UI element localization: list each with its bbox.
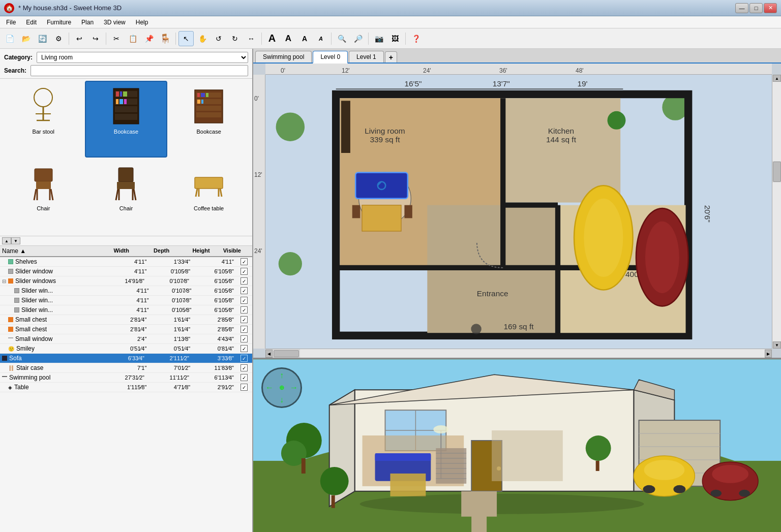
menu-item-file[interactable]: File xyxy=(2,18,20,27)
svg-line-28 xyxy=(51,189,53,200)
list-item-small-window[interactable]: Small window 2'4" 1'13⁄8" 4'43⁄4" ✓ xyxy=(0,334,252,344)
view-3d[interactable]: ↑ ← ⊕ → ↓ xyxy=(253,359,781,532)
nav-circle[interactable]: ↑ ← ⊕ → ↓ xyxy=(261,367,302,408)
furniture-item-chair-1[interactable]: Chair xyxy=(2,158,85,234)
list-item-slider-windows-group[interactable]: ⊟ Slider windows 14'91⁄8" 0'107⁄8" 6'105… xyxy=(0,276,252,286)
text-size-3-button[interactable]: A xyxy=(297,31,312,46)
visible-checkbox-small-window[interactable]: ✓ xyxy=(241,335,248,342)
menu-item-plan[interactable]: Plan xyxy=(77,18,98,27)
visible-checkbox-slider-windows[interactable]: ✓ xyxy=(241,277,248,285)
list-item-slider-win-1[interactable]: Slider win... 4'11" 0'107⁄8" 6'105⁄8" ✓ xyxy=(0,286,252,296)
visible-checkbox-table[interactable]: ✓ xyxy=(241,384,248,391)
list-item-smiley[interactable]: 🙂 Smiley 0'51⁄4" 0'51⁄4" 0'81⁄4" ✓ xyxy=(0,344,252,354)
scroll-left-button[interactable]: ◀ xyxy=(265,350,273,358)
list-item-shelves[interactable]: Shelves 4'11" 1'33⁄4" 4'11" ✓ xyxy=(0,257,252,267)
close-button[interactable]: ✕ xyxy=(764,3,777,13)
scroll-right-button[interactable]: ▶ xyxy=(765,350,772,358)
nav-up[interactable]: ↑ xyxy=(276,369,288,382)
menu-item-furniture[interactable]: Furniture xyxy=(43,18,75,27)
copy-button[interactable]: 📋 xyxy=(125,31,140,46)
text-size-2-button[interactable]: A xyxy=(281,31,296,46)
cut-button[interactable]: ✂ xyxy=(109,31,124,46)
scroll-thumb-v[interactable] xyxy=(773,162,781,182)
text-size-4-button[interactable]: A xyxy=(313,31,328,46)
header-name: Name ▲ xyxy=(2,247,93,255)
visible-checkbox-shelves[interactable]: ✓ xyxy=(241,258,248,265)
visible-checkbox-slider-win-2[interactable]: ✓ xyxy=(241,297,248,304)
scroll-down-button[interactable]: ▼ xyxy=(773,341,781,349)
list-item-slider-win-2[interactable]: Slider win... 4'11" 0'107⁄8" 6'105⁄8" ✓ xyxy=(0,296,252,305)
tab-add-button[interactable]: + xyxy=(385,51,397,62)
nav-center[interactable]: ⊕ xyxy=(276,382,288,394)
svg-rect-72 xyxy=(352,205,360,218)
scrollbar-right[interactable]: ▲ ▼ xyxy=(772,75,781,349)
list-item-sofa[interactable]: Sofa 6'33⁄4" 2'111⁄2" 3'33⁄8" ✓ xyxy=(0,354,252,363)
photo-button[interactable]: 🖼 xyxy=(387,31,403,46)
grid-scroll-up[interactable]: ▲ xyxy=(2,237,11,244)
slider-windows-group-icon xyxy=(8,278,13,284)
separator-2 xyxy=(106,33,106,45)
visible-checkbox-slider-win-1[interactable]: ✓ xyxy=(241,287,248,294)
nav-down[interactable]: ↓ xyxy=(276,394,288,406)
pan-button[interactable]: ✋ xyxy=(195,31,210,46)
scroll-thumb-h[interactable] xyxy=(274,350,299,357)
select-button[interactable]: ↖ xyxy=(178,31,194,46)
visible-checkbox-small-chest-1[interactable]: ✓ xyxy=(241,316,248,323)
tab-level-0[interactable]: Level 0 xyxy=(313,51,348,64)
visible-checkbox-smiley[interactable]: ✓ xyxy=(241,345,248,352)
text-size-1-button[interactable]: A xyxy=(264,31,280,46)
rotate-ccw-button[interactable]: ↻ xyxy=(227,31,243,46)
add-furniture-button[interactable]: 🪑 xyxy=(158,31,173,46)
search-input[interactable] xyxy=(31,65,248,76)
visible-checkbox-sofa[interactable]: ✓ xyxy=(241,355,248,362)
svg-rect-73 xyxy=(404,205,412,218)
furniture-item-bar-stool[interactable]: Bar stool xyxy=(2,81,85,158)
list-item-swimming-pool[interactable]: Swimming pool 27'31⁄2" 11'11⁄2" 6'113⁄4"… xyxy=(0,373,252,383)
scroll-up-button[interactable]: ▲ xyxy=(773,75,781,82)
preferences-button[interactable]: ⚙ xyxy=(51,31,66,46)
maximize-button[interactable]: □ xyxy=(749,3,763,13)
plan-view[interactable]: 0' 12' 24' 36' 48' 0' 12' 24' xyxy=(253,64,781,359)
rotate-cw-button[interactable]: ↺ xyxy=(211,31,226,46)
category-select[interactable]: Living room Bedroom Kitchen Bathroom Off… xyxy=(37,52,248,63)
nav-right[interactable]: → xyxy=(288,382,300,394)
scrollbar-bottom[interactable]: ◀ ▶ xyxy=(265,349,772,358)
furniture-item-bookcase-2[interactable]: Bookcase xyxy=(167,81,250,158)
visible-checkbox-small-chest-2[interactable]: ✓ xyxy=(241,326,248,333)
recent-button[interactable]: 🔄 xyxy=(35,31,50,46)
zoom-out-button[interactable]: 🔎 xyxy=(350,31,366,46)
visible-checkbox-stair-case[interactable]: ✓ xyxy=(241,364,248,371)
furniture-item-coffee-table[interactable]: Coffee table xyxy=(167,158,250,234)
menu-item-edit[interactable]: Edit xyxy=(22,18,41,27)
zoom-in-button[interactable]: 🔍 xyxy=(334,31,349,46)
list-item-small-chest-1[interactable]: Small chest 2'81⁄4" 1'61⁄4" 2'85⁄8" ✓ xyxy=(0,315,252,325)
camera-button[interactable]: 📷 xyxy=(371,31,386,46)
furniture-item-chair-2[interactable]: Chair xyxy=(85,158,168,234)
visible-checkbox-slider-win-3[interactable]: ✓ xyxy=(241,306,248,314)
menu-item-help[interactable]: Help xyxy=(132,18,153,27)
redo-button[interactable]: ↪ xyxy=(88,31,103,46)
undo-button[interactable]: ↩ xyxy=(72,31,87,46)
flip-button[interactable]: ↔ xyxy=(244,31,259,46)
list-item-slider-win-3[interactable]: Slider win... 4'11" 0'105⁄8" 6'105⁄8" ✓ xyxy=(0,305,252,315)
list-header[interactable]: Name ▲ Width Depth Height Visible xyxy=(0,246,252,257)
minimize-button[interactable]: — xyxy=(735,3,748,13)
plan-canvas[interactable]: 16'5" 13'7" 19' 20'6" xyxy=(265,75,772,349)
menu-item-3d-view[interactable]: 3D view xyxy=(100,18,130,27)
tab-swimming-pool[interactable]: Swimming pool xyxy=(255,51,312,62)
list-item-slider-window[interactable]: Slider window 4'11" 0'105⁄8" 6'105⁄8" ✓ xyxy=(0,267,252,276)
list-item-small-chest-2[interactable]: Small chest 2'81⁄4" 1'61⁄4" 2'85⁄8" ✓ xyxy=(0,325,252,334)
list-item-stair-case[interactable]: 🪜 Stair case 7'1" 7'01⁄2" 11'83⁄8" ✓ xyxy=(0,363,252,373)
paste-button[interactable]: 📌 xyxy=(141,31,157,46)
nav-left[interactable]: ← xyxy=(263,382,276,394)
open-button[interactable]: 📂 xyxy=(18,31,34,46)
list-item-table[interactable]: ◈ Table 1'115⁄8" 4'71⁄8" 2'91⁄2" ✓ xyxy=(0,383,252,392)
help-button[interactable]: ❓ xyxy=(408,31,424,46)
tab-level-1[interactable]: Level 1 xyxy=(349,51,384,62)
grid-scroll-down[interactable]: ▼ xyxy=(11,237,20,244)
visible-checkbox-swimming-pool[interactable]: ✓ xyxy=(241,374,248,381)
new-button[interactable]: 📄 xyxy=(2,31,17,46)
visible-checkbox-slider-window[interactable]: ✓ xyxy=(241,268,248,275)
furniture-item-bookcase-selected[interactable]: Bookcase xyxy=(85,81,168,158)
svg-text:16'5": 16'5" xyxy=(404,79,422,88)
